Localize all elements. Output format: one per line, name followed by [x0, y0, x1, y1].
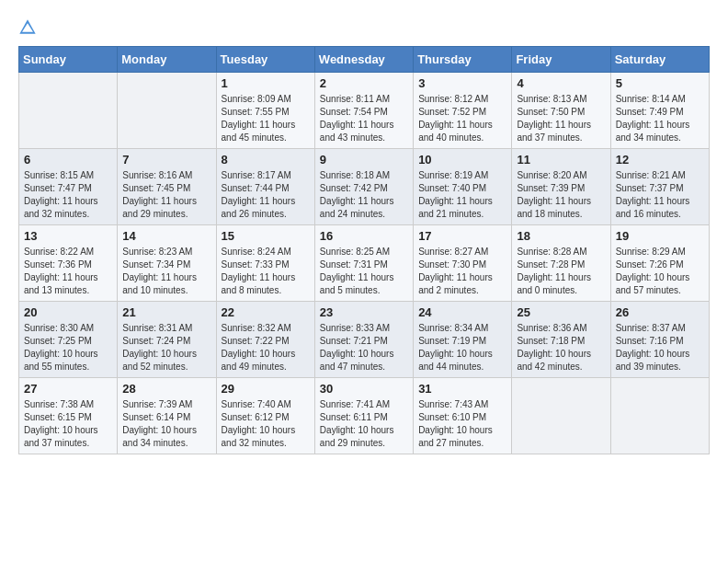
day-number: 28 [122, 382, 210, 396]
day-number: 22 [222, 305, 310, 319]
calendar-cell: 13Sunrise: 8:22 AM Sunset: 7:36 PM Dayli… [19, 225, 118, 302]
day-info: Sunrise: 8:32 AM Sunset: 7:22 PM Dayligh… [222, 322, 310, 373]
day-info: Sunrise: 7:43 AM Sunset: 6:10 PM Dayligh… [418, 398, 506, 450]
calendar-cell: 26Sunrise: 8:37 AM Sunset: 7:16 PM Dayli… [610, 302, 709, 378]
day-info: Sunrise: 8:27 AM Sunset: 7:30 PM Dayligh… [418, 246, 506, 297]
calendar-week-row: 1Sunrise: 8:09 AM Sunset: 7:55 PM Daylig… [19, 73, 710, 149]
calendar-cell: 6Sunrise: 8:15 AM Sunset: 7:47 PM Daylig… [19, 149, 118, 225]
calendar-cell: 10Sunrise: 8:19 AM Sunset: 7:40 PM Dayli… [414, 149, 512, 225]
day-number: 11 [517, 153, 605, 167]
day-info: Sunrise: 8:20 AM Sunset: 7:39 PM Dayligh… [517, 169, 605, 221]
day-number: 3 [418, 76, 506, 90]
calendar-cell: 4Sunrise: 8:13 AM Sunset: 7:50 PM Daylig… [512, 73, 610, 149]
calendar-body: 1Sunrise: 8:09 AM Sunset: 7:55 PM Daylig… [19, 73, 710, 454]
calendar-cell: 23Sunrise: 8:33 AM Sunset: 7:21 PM Dayli… [314, 302, 413, 378]
weekday-header-wednesday: Wednesday [314, 47, 413, 73]
day-info: Sunrise: 8:37 AM Sunset: 7:16 PM Dayligh… [616, 322, 704, 373]
calendar-cell: 20Sunrise: 8:30 AM Sunset: 7:25 PM Dayli… [19, 302, 118, 378]
calendar-cell: 25Sunrise: 8:36 AM Sunset: 7:18 PM Dayli… [512, 302, 610, 378]
day-number: 27 [24, 382, 112, 396]
calendar-cell: 2Sunrise: 8:11 AM Sunset: 7:54 PM Daylig… [314, 73, 413, 149]
logo [18, 18, 40, 37]
calendar-cell: 29Sunrise: 7:40 AM Sunset: 6:12 PM Dayli… [216, 378, 314, 454]
day-number: 15 [222, 229, 310, 243]
day-number: 13 [24, 229, 112, 243]
weekday-header-tuesday: Tuesday [216, 47, 314, 73]
day-number: 14 [122, 229, 210, 243]
calendar-cell: 30Sunrise: 7:41 AM Sunset: 6:11 PM Dayli… [314, 378, 413, 454]
calendar-week-row: 6Sunrise: 8:15 AM Sunset: 7:47 PM Daylig… [19, 149, 710, 225]
calendar-table: SundayMondayTuesdayWednesdayThursdayFrid… [18, 46, 710, 454]
day-info: Sunrise: 8:11 AM Sunset: 7:54 PM Dayligh… [320, 93, 408, 144]
calendar-cell: 27Sunrise: 7:38 AM Sunset: 6:15 PM Dayli… [19, 378, 118, 454]
weekday-header-friday: Friday [512, 47, 610, 73]
day-info: Sunrise: 8:18 AM Sunset: 7:42 PM Dayligh… [320, 169, 408, 221]
calendar-header-row: SundayMondayTuesdayWednesdayThursdayFrid… [19, 47, 710, 73]
day-number: 18 [517, 229, 605, 243]
day-number: 26 [616, 305, 704, 319]
day-number: 9 [320, 153, 408, 167]
calendar-cell: 1Sunrise: 8:09 AM Sunset: 7:55 PM Daylig… [216, 73, 314, 149]
calendar-cell: 22Sunrise: 8:32 AM Sunset: 7:22 PM Dayli… [216, 302, 314, 378]
day-info: Sunrise: 8:34 AM Sunset: 7:19 PM Dayligh… [418, 322, 506, 373]
calendar-cell [19, 73, 118, 149]
calendar-cell: 5Sunrise: 8:14 AM Sunset: 7:49 PM Daylig… [610, 73, 709, 149]
calendar-cell [512, 378, 610, 454]
day-number: 16 [320, 229, 408, 243]
day-info: Sunrise: 7:38 AM Sunset: 6:15 PM Dayligh… [24, 398, 112, 450]
calendar-cell: 31Sunrise: 7:43 AM Sunset: 6:10 PM Dayli… [414, 378, 512, 454]
day-info: Sunrise: 8:33 AM Sunset: 7:21 PM Dayligh… [320, 322, 408, 373]
day-info: Sunrise: 8:22 AM Sunset: 7:36 PM Dayligh… [24, 246, 112, 297]
day-number: 17 [418, 229, 506, 243]
calendar-cell: 9Sunrise: 8:18 AM Sunset: 7:42 PM Daylig… [314, 149, 413, 225]
day-number: 1 [222, 76, 310, 90]
calendar-cell: 7Sunrise: 8:16 AM Sunset: 7:45 PM Daylig… [118, 149, 216, 225]
calendar-cell: 28Sunrise: 7:39 AM Sunset: 6:14 PM Dayli… [118, 378, 216, 454]
calendar-cell: 16Sunrise: 8:25 AM Sunset: 7:31 PM Dayli… [314, 225, 413, 302]
weekday-header-thursday: Thursday [414, 47, 512, 73]
day-info: Sunrise: 8:29 AM Sunset: 7:26 PM Dayligh… [616, 246, 704, 297]
day-info: Sunrise: 8:30 AM Sunset: 7:25 PM Dayligh… [24, 322, 112, 373]
day-number: 5 [616, 76, 704, 90]
day-number: 8 [222, 153, 310, 167]
calendar-cell: 17Sunrise: 8:27 AM Sunset: 7:30 PM Dayli… [414, 225, 512, 302]
day-number: 7 [122, 153, 210, 167]
calendar-cell: 3Sunrise: 8:12 AM Sunset: 7:52 PM Daylig… [414, 73, 512, 149]
day-number: 31 [418, 382, 506, 396]
weekday-header-saturday: Saturday [610, 47, 709, 73]
day-number: 29 [222, 382, 310, 396]
weekday-header-sunday: Sunday [19, 47, 118, 73]
calendar-cell: 14Sunrise: 8:23 AM Sunset: 7:34 PM Dayli… [118, 225, 216, 302]
day-info: Sunrise: 8:23 AM Sunset: 7:34 PM Dayligh… [122, 246, 210, 297]
day-info: Sunrise: 8:24 AM Sunset: 7:33 PM Dayligh… [222, 246, 310, 297]
day-info: Sunrise: 8:21 AM Sunset: 7:37 PM Dayligh… [616, 169, 704, 221]
calendar-cell: 12Sunrise: 8:21 AM Sunset: 7:37 PM Dayli… [610, 149, 709, 225]
day-info: Sunrise: 8:09 AM Sunset: 7:55 PM Dayligh… [222, 93, 310, 144]
calendar-cell: 8Sunrise: 8:17 AM Sunset: 7:44 PM Daylig… [216, 149, 314, 225]
day-number: 24 [418, 305, 506, 319]
day-info: Sunrise: 8:25 AM Sunset: 7:31 PM Dayligh… [320, 246, 408, 297]
day-info: Sunrise: 8:36 AM Sunset: 7:18 PM Dayligh… [517, 322, 605, 373]
calendar-cell: 24Sunrise: 8:34 AM Sunset: 7:19 PM Dayli… [414, 302, 512, 378]
calendar-cell [118, 73, 216, 149]
day-number: 10 [418, 153, 506, 167]
calendar-week-row: 27Sunrise: 7:38 AM Sunset: 6:15 PM Dayli… [19, 378, 710, 454]
day-number: 19 [616, 229, 704, 243]
day-info: Sunrise: 8:12 AM Sunset: 7:52 PM Dayligh… [418, 93, 506, 144]
day-info: Sunrise: 7:41 AM Sunset: 6:11 PM Dayligh… [320, 398, 408, 450]
calendar-week-row: 20Sunrise: 8:30 AM Sunset: 7:25 PM Dayli… [19, 302, 710, 378]
calendar-cell: 21Sunrise: 8:31 AM Sunset: 7:24 PM Dayli… [118, 302, 216, 378]
calendar-cell: 15Sunrise: 8:24 AM Sunset: 7:33 PM Dayli… [216, 225, 314, 302]
calendar-cell: 19Sunrise: 8:29 AM Sunset: 7:26 PM Dayli… [610, 225, 709, 302]
day-number: 30 [320, 382, 408, 396]
calendar-week-row: 13Sunrise: 8:22 AM Sunset: 7:36 PM Dayli… [19, 225, 710, 302]
day-info: Sunrise: 8:31 AM Sunset: 7:24 PM Dayligh… [122, 322, 210, 373]
day-info: Sunrise: 8:16 AM Sunset: 7:45 PM Dayligh… [122, 169, 210, 221]
day-number: 4 [517, 76, 605, 90]
logo-icon [18, 18, 37, 37]
day-info: Sunrise: 7:40 AM Sunset: 6:12 PM Dayligh… [222, 398, 310, 450]
calendar-cell: 11Sunrise: 8:20 AM Sunset: 7:39 PM Dayli… [512, 149, 610, 225]
day-number: 21 [122, 305, 210, 319]
day-info: Sunrise: 8:14 AM Sunset: 7:49 PM Dayligh… [616, 93, 704, 144]
day-number: 23 [320, 305, 408, 319]
